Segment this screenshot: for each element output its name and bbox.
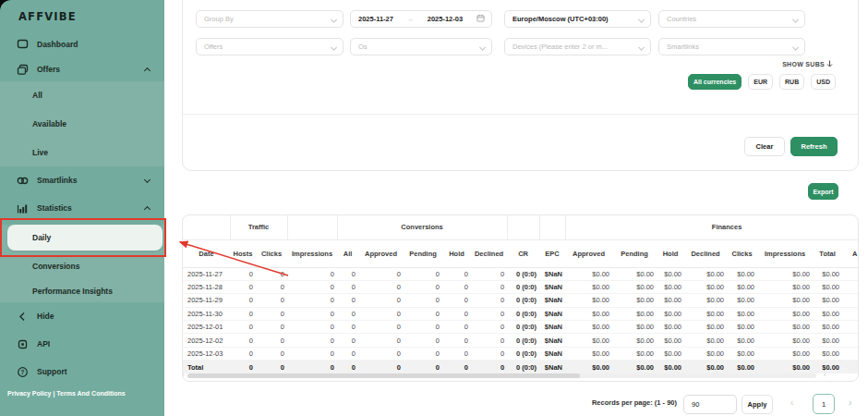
cell: $0.00 [612, 321, 657, 334]
records-per-page-input[interactable]: 90 [683, 395, 737, 414]
currency-chip-usd[interactable]: USD [811, 74, 836, 90]
cell: $0.00 [727, 280, 757, 293]
cell: 0 [230, 347, 256, 360]
show-subs-toggle[interactable]: SHOW SUBS [782, 60, 833, 67]
column-header: Impressions [757, 239, 813, 267]
sidebar-item-offers[interactable]: Offers [0, 57, 164, 81]
cell: 0 [256, 321, 287, 334]
sidebar-item-api[interactable]: API [0, 330, 164, 358]
cell: $0.00 [657, 307, 684, 320]
support-icon: ? [17, 366, 29, 378]
cell: 0 (0:0) [507, 347, 539, 360]
cell: 0 [442, 307, 471, 320]
offers-select[interactable]: Offers [196, 38, 344, 55]
page-1-button[interactable]: 1 [813, 394, 835, 414]
cell [842, 334, 859, 347]
apply-button[interactable]: Apply [741, 395, 773, 414]
cell: $NaN [539, 347, 565, 360]
cell: $0.00 [612, 347, 657, 360]
scrollbar-thumb[interactable] [187, 373, 580, 378]
sidebar-item-all[interactable]: All [0, 81, 164, 110]
currency-chip-eur[interactable]: EUR [748, 74, 773, 90]
cell: $0.00 [727, 321, 757, 334]
cell: 2025-11-27 [183, 267, 230, 280]
cell: 2025-11-30 [183, 307, 230, 320]
statistics-table-panel: TrafficConversionsFinances DateHostsClic… [182, 214, 859, 382]
cell: 0 [230, 294, 256, 307]
terms-link[interactable]: Terms And Conditions [56, 390, 125, 397]
sidebar-item-support[interactable]: ? Support [0, 358, 164, 385]
cell [842, 280, 859, 293]
column-header: Approved [565, 239, 612, 267]
cell: 0 [358, 280, 404, 293]
total-row: Total000000000 (0:0)$NaN$0.00$0.00$0.00$… [183, 361, 859, 373]
os-select[interactable]: Os [350, 38, 492, 55]
cell: 0 [358, 321, 404, 334]
clear-button[interactable]: Clear [744, 137, 785, 156]
currency-chip-rub[interactable]: RUB [779, 74, 804, 90]
horizontal-scrollbar[interactable]: ‹ › [183, 373, 859, 379]
cell: $0.00 [727, 294, 757, 307]
cell: $0.00 [612, 307, 657, 320]
cell: $0.00 [727, 307, 757, 320]
cell: $0.00 [727, 267, 757, 280]
cell: $0.00 [757, 361, 813, 373]
column-header: Hosts [230, 239, 256, 267]
cell: $0.00 [757, 280, 813, 293]
prev-page-icon[interactable]: ‹ [790, 398, 793, 408]
cell: 0 [442, 294, 471, 307]
cell: 0 (0:0) [507, 321, 539, 334]
column-group-empty [507, 215, 539, 239]
cell: $0.00 [565, 294, 612, 307]
cell: $0.00 [565, 347, 612, 360]
chevron-down-icon [479, 44, 485, 50]
chevron-down-icon [792, 17, 798, 22]
cell: $0.00 [565, 267, 612, 280]
sidebar-item-hide[interactable]: Hide [0, 302, 164, 330]
sidebar-item-smartlinks[interactable]: Smartlinks [0, 166, 164, 194]
cell: 0 [442, 321, 471, 334]
cell: $NaN [539, 334, 565, 347]
divider [183, 114, 858, 115]
export-button[interactable]: Export [808, 183, 838, 200]
sidebar-item-statistics[interactable]: Statistics [0, 194, 164, 222]
cell: $0.00 [612, 334, 657, 347]
calendar-icon [476, 14, 485, 24]
timezone-select[interactable]: Europe/Moscow (UTC+03:00) [504, 10, 651, 28]
cell: 0 [404, 307, 442, 320]
offers-icon [17, 64, 29, 76]
sidebar-item-daily[interactable]: Daily [7, 225, 163, 251]
date-range-input[interactable]: 2025-11-27 → 2025-12-03 [350, 10, 492, 28]
column-group-empty [287, 215, 337, 239]
cell: 0 [442, 361, 471, 373]
sidebar-item-available[interactable]: Available [0, 110, 164, 139]
smartlinks-select[interactable]: Smartlinks [658, 38, 805, 55]
chevron-down-icon [638, 17, 644, 22]
cell: 0 [471, 280, 507, 293]
cell: 0 [256, 361, 287, 373]
column-header: Declined [684, 239, 727, 267]
group-by-select[interactable]: Group By [196, 10, 344, 28]
cell: 0 [230, 334, 256, 347]
cell: $0.00 [813, 294, 842, 307]
cell: 0 (0:0) [507, 307, 539, 320]
sidebar-item-live[interactable]: Live [0, 138, 164, 166]
cell: 0 [256, 334, 287, 347]
next-page-icon[interactable]: › [849, 398, 851, 408]
table-row: 2025-12-03000000000 (0:0)$NaN$0.00$0.00$… [183, 347, 859, 360]
sidebar-item-conversions[interactable]: Conversions [0, 253, 164, 279]
privacy-policy-link[interactable]: Privacy Policy [7, 390, 51, 397]
sidebar-item-performance-insights[interactable]: Performance Insights [0, 279, 164, 302]
currency-chip-all[interactable]: All currencies [688, 74, 741, 90]
refresh-button[interactable]: Refresh [790, 137, 838, 156]
cell: $0.00 [657, 280, 684, 293]
cell: $0.00 [757, 321, 813, 334]
app-logo: AFFVIBE [0, 0, 164, 31]
devices-select[interactable]: Devices (Please enter 2 or m... [504, 38, 651, 55]
countries-select[interactable]: Countries [658, 10, 805, 28]
cell: 0 [337, 294, 358, 307]
cell: Total [183, 361, 230, 373]
table-row: 2025-11-28000000000 (0:0)$NaN$0.00$0.00$… [183, 280, 859, 293]
sidebar-item-dashboard[interactable]: Dashboard [0, 31, 164, 57]
cell: $0.00 [565, 307, 612, 320]
